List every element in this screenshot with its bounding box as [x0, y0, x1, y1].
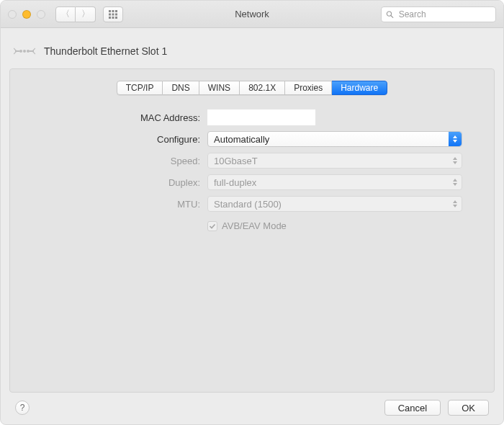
hardware-form: MAC Address: Configure: Automatically Sp…: [20, 109, 484, 231]
nav-group: 〈 〉: [55, 6, 96, 22]
svg-point-9: [387, 11, 391, 15]
settings-panel: TCP/IP DNS WINS 802.1X Proxies Hardware …: [9, 68, 495, 393]
tabbar: TCP/IP DNS WINS 802.1X Proxies Hardware: [20, 81, 484, 95]
speed-label: Speed:: [20, 156, 200, 166]
footer: ? Cancel OK: [9, 393, 495, 419]
svg-rect-6: [109, 17, 111, 19]
checkmark-icon: [209, 223, 216, 230]
chevron-right-icon: 〉: [81, 8, 90, 20]
svg-rect-1: [112, 10, 114, 12]
avb-label: AVB/EAV Mode: [222, 220, 287, 231]
interface-name: Thunderbolt Ethernet Slot 1: [44, 45, 167, 57]
tab-8021x[interactable]: 802.1X: [240, 81, 285, 95]
chevron-left-icon: 〈: [61, 8, 70, 20]
mac-address-value: [207, 109, 315, 125]
tab-wins[interactable]: WINS: [199, 81, 240, 95]
tab-dns[interactable]: DNS: [163, 81, 199, 95]
svg-point-12: [23, 50, 26, 53]
back-button[interactable]: 〈: [55, 6, 76, 22]
updown-icon: [449, 153, 462, 168]
svg-point-13: [27, 50, 30, 53]
grid-icon: [109, 10, 117, 19]
duplex-value: full-duplex: [214, 177, 256, 188]
configure-value: Automatically: [214, 134, 269, 145]
svg-rect-7: [112, 17, 114, 19]
configure-label: Configure:: [20, 134, 200, 145]
show-all-button[interactable]: [103, 6, 123, 22]
ok-button[interactable]: OK: [448, 400, 489, 416]
ethernet-icon: [14, 41, 35, 61]
body: Thunderbolt Ethernet Slot 1 TCP/IP DNS W…: [1, 28, 503, 424]
svg-point-11: [19, 50, 22, 53]
search-input[interactable]: [397, 9, 491, 20]
svg-rect-0: [109, 10, 111, 12]
speed-value: 10GbaseT: [214, 156, 258, 166]
svg-rect-4: [112, 13, 114, 15]
configure-select[interactable]: Automatically: [207, 131, 462, 147]
svg-rect-2: [115, 10, 117, 12]
tab-proxies[interactable]: Proxies: [285, 81, 332, 95]
forward-button[interactable]: 〉: [76, 6, 96, 22]
duplex-label: Duplex:: [20, 177, 200, 188]
avb-row: AVB/EAV Mode: [207, 220, 462, 231]
mac-address-label: MAC Address:: [20, 112, 200, 123]
speed-select: 10GbaseT: [207, 153, 462, 169]
duplex-select: full-duplex: [207, 174, 462, 190]
cancel-button[interactable]: Cancel: [384, 400, 441, 416]
mtu-select: Standard (1500): [207, 196, 462, 212]
updown-icon: [449, 197, 462, 211]
updown-icon: [449, 132, 462, 146]
mtu-label: MTU:: [20, 199, 200, 210]
svg-rect-5: [115, 13, 117, 15]
updown-icon: [449, 175, 462, 189]
zoom-window-dot[interactable]: [37, 10, 45, 19]
traffic-lights: [8, 10, 45, 19]
minimize-window-dot[interactable]: [22, 10, 31, 19]
search-icon: [386, 10, 394, 19]
help-button[interactable]: ?: [15, 401, 30, 415]
tab-hardware[interactable]: Hardware: [332, 81, 387, 95]
titlebar: 〈 〉 Network: [1, 1, 503, 28]
svg-line-10: [391, 15, 393, 17]
tab-tcpip[interactable]: TCP/IP: [117, 81, 163, 95]
search-field-wrap[interactable]: [381, 6, 496, 22]
interface-header: Thunderbolt Ethernet Slot 1: [9, 37, 495, 68]
mtu-value: Standard (1500): [214, 199, 282, 210]
svg-rect-3: [109, 13, 111, 15]
close-window-dot[interactable]: [8, 10, 17, 19]
network-prefs-window: 〈 〉 Network: [0, 0, 504, 425]
avb-checkbox: [207, 221, 217, 231]
svg-rect-8: [115, 17, 117, 19]
